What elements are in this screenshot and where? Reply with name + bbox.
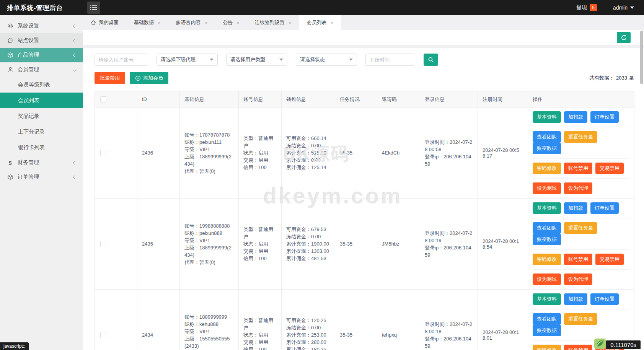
action-basic-info[interactable]: 基本资料 (533, 111, 561, 123)
sidebar-item-product-management[interactable]: 产品管理 (0, 48, 83, 62)
action-set-agent[interactable]: 设为代理 (564, 273, 592, 285)
close-icon[interactable]: × (330, 20, 333, 26)
action-account-changes[interactable]: 账变数据 (533, 143, 561, 154)
account-search-input[interactable] (95, 54, 148, 66)
action-adjust-funds[interactable]: 加扣款 (564, 111, 587, 123)
action-view-team[interactable]: 查看团队 (533, 313, 561, 325)
action-set-test[interactable]: 设为测试 (533, 273, 561, 285)
action-disable-trade[interactable]: 交易禁用 (595, 254, 624, 265)
action-reset-tasks[interactable]: 重置任务量 (564, 222, 597, 234)
action-set-agent[interactable]: 设为代理 (564, 182, 592, 194)
tab-multilingual-content[interactable]: 多语言内容× (168, 15, 215, 30)
action-account-changes[interactable]: 账变数据 (533, 325, 561, 336)
chevron-down-icon (630, 7, 634, 9)
home-icon (91, 20, 96, 25)
action-disable-account[interactable]: 账号禁用 (564, 345, 592, 350)
action-basic-info[interactable]: 基本资料 (533, 202, 561, 214)
login-line: 登录时间：2024-07-28 00:18 (425, 321, 473, 335)
basic-line: 上级：1889999999(2434) (184, 244, 234, 259)
account-line: 类型：普通用户 (243, 226, 277, 240)
action-reset-tasks[interactable]: 重置任务量 (564, 131, 597, 143)
sidebar-item-order-management[interactable]: 订单管理 (0, 170, 83, 184)
action-set-test[interactable]: 设为测试 (533, 182, 561, 194)
tab-my-desktop[interactable]: 我的桌面 (83, 15, 126, 30)
wallet-line: 累计充值：253.00 (286, 331, 330, 339)
sidebar-item-updown-records[interactable]: 上下分记录 (0, 124, 83, 140)
action-view-team[interactable]: 查看团队 (533, 222, 561, 234)
action-line: 密码修改 账号禁用 交易禁用 (533, 249, 629, 269)
action-account-changes[interactable]: 账变数据 (533, 234, 561, 245)
sidebar-item-member-list[interactable]: 会员列表 (0, 93, 83, 108)
sidebar-item-member-level-list[interactable]: 会员等级列表 (0, 77, 83, 93)
basic-line: 代理：暂无(0) (184, 168, 234, 175)
action-line: 基本资料 加扣款 订单设置 (533, 199, 629, 218)
action-disable-account[interactable]: 账号禁用 (564, 254, 592, 265)
action-disable-account[interactable]: 账号禁用 (564, 163, 592, 174)
row-checkbox[interactable] (100, 150, 106, 156)
account-line: 类型：普通用户 (243, 317, 277, 331)
add-member-button[interactable]: 添加会员 (130, 72, 168, 84)
action-order-settings[interactable]: 订单设置 (590, 111, 619, 123)
sidebar-item-member-management[interactable]: 会员管理 (0, 62, 83, 77)
action-reset-tasks[interactable]: 重置任务量 (564, 313, 597, 325)
action-line: 查看团队 重置任务量 账变数据 (533, 218, 629, 249)
select-value: 请选择下级代理 (161, 56, 210, 63)
close-icon[interactable]: × (205, 20, 208, 26)
action-change-password[interactable]: 密码修改 (533, 163, 561, 174)
tab-label: 连续签到设置 (255, 19, 285, 26)
cell-wallet-info: 可用资金：660.14 冻结资金：0.00 累计充值：515.00 累计提现：0… (282, 107, 335, 199)
close-icon[interactable]: × (236, 20, 240, 26)
action-change-password[interactable]: 密码修改 (533, 345, 561, 350)
action-adjust-funds[interactable]: 加扣款 (564, 202, 587, 214)
row-checkbox[interactable] (100, 241, 106, 247)
agent-select[interactable]: 请选择下级代理 (157, 54, 218, 66)
product-box-icon (7, 52, 13, 59)
close-icon[interactable]: × (158, 20, 161, 26)
search-button[interactable] (424, 54, 438, 66)
tab-checkin-settings[interactable]: 连续签到设置× (247, 15, 299, 30)
batch-disable-button[interactable]: 批量禁用 (95, 72, 125, 84)
user-menu[interactable]: admin (613, 5, 634, 11)
chevron-left-icon (73, 53, 77, 57)
sidebar-child-label: 银行卡列表 (18, 144, 45, 151)
sidebar-item-finance-management[interactable]: $ 财务管理 (0, 155, 83, 170)
action-disable-trade[interactable]: 交易禁用 (595, 163, 624, 174)
content-area: 请选择下级代理 请选择用户类型 请选择状态 批量禁用 (83, 30, 644, 350)
action-basic-info[interactable]: 基本资料 (533, 293, 561, 305)
sidebar-item-system-settings[interactable]: 系统设置 (0, 19, 83, 33)
col-header-basic: 基础信息 (180, 91, 239, 107)
table-header-row: ID 基础信息 账号信息 钱包信息 任务情况 邀请码 登录信息 注册时间 操作 (95, 91, 634, 107)
sidebar-item-bank-card-list[interactable]: 银行卡列表 (0, 140, 83, 155)
filter-row: 请选择下级代理 请选择用户类型 请选择状态 (95, 54, 634, 66)
tab-member-list[interactable]: 会员列表× (299, 15, 341, 30)
cell-login-info: 登录时间：2024-07-28 00:58 登录ip：206.206.104.5… (420, 107, 478, 199)
sidebar-item-prize-records[interactable]: 奖品记录 (0, 108, 83, 124)
search-icon (428, 57, 434, 63)
scrollbar-thumb[interactable] (640, 31, 643, 84)
action-view-team[interactable]: 查看团队 (533, 131, 561, 143)
action-change-password[interactable]: 密码修改 (533, 254, 561, 265)
select-all-checkbox[interactable] (100, 96, 106, 103)
tab-announcement[interactable]: 公告× (215, 15, 247, 30)
action-order-settings[interactable]: 订单设置 (590, 293, 619, 305)
close-icon[interactable]: × (289, 20, 292, 26)
row-checkbox[interactable] (100, 332, 106, 338)
tab-basic-data[interactable]: 基础数据× (126, 15, 168, 30)
tab-label: 基础数据 (134, 19, 154, 26)
wallet-line: 冻结资金：0.00 (286, 324, 330, 331)
action-adjust-funds[interactable]: 加扣款 (564, 293, 587, 305)
action-order-settings[interactable]: 订单设置 (590, 202, 619, 214)
page-timer: 0.111070s (594, 338, 641, 349)
chevron-left-icon (73, 24, 77, 28)
sidebar-item-site-settings[interactable]: 站点设置 (0, 33, 83, 48)
start-time-input[interactable] (365, 54, 415, 66)
refresh-button[interactable] (617, 32, 631, 43)
sidebar-toggle-button[interactable] (87, 2, 100, 14)
user-type-select[interactable]: 请选择用户类型 (226, 54, 287, 66)
account-line: 交易：启用 (243, 156, 277, 164)
status-select[interactable]: 请选择状态 (296, 54, 357, 66)
vertical-scrollbar (640, 31, 644, 350)
sidebar-item-label: 产品管理 (18, 52, 73, 59)
total-label: 共有数据： (589, 75, 614, 81)
withdraw-link[interactable]: 提现 (576, 4, 587, 11)
